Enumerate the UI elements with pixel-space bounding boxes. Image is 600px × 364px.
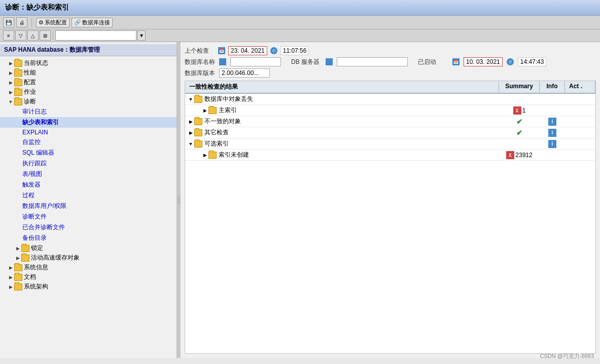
sidebar-item-self-monitor[interactable]: 自监控 <box>0 137 177 148</box>
sidebar-item-tasks[interactable]: ▶ 作业 <box>0 87 177 97</box>
sidebar-item-diagnosis[interactable]: ▼ 诊断 <box>0 97 177 106</box>
folder-icon <box>14 264 22 271</box>
row-label: 主索引 <box>219 106 237 115</box>
row-label: 索引未创建 <box>219 151 249 159</box>
folder-icon <box>194 118 202 125</box>
sidebar-item-sql-editor[interactable]: SQL 编辑器 <box>0 148 177 158</box>
cell-summary: ✔ <box>499 117 540 127</box>
search-input[interactable] <box>55 30 136 41</box>
process-link[interactable]: 过程 <box>21 191 36 200</box>
error-icon: Σ <box>513 106 521 115</box>
cell-summary: Σ 23912 <box>499 150 540 160</box>
spacer <box>14 151 21 156</box>
table-row[interactable]: ▶ 其它检查 ✔ i <box>185 127 595 138</box>
sidebar-item-docs[interactable]: ▶ 文档 <box>0 272 177 282</box>
sql-editor-link[interactable]: SQL 编辑器 <box>21 148 55 158</box>
system-config-button[interactable]: ⚙ 系统配置 <box>36 18 69 27</box>
sidebar-item-backup-catalog[interactable]: 备份目录 <box>0 233 177 243</box>
last-check-date: 23. 04. 2021 <box>228 46 267 55</box>
db-users-link[interactable]: 数据库用户/权限 <box>21 201 67 211</box>
sidebar-item-sys-info[interactable]: ▶ 系统信息 <box>0 263 177 272</box>
info-section: 上个检查 📅 23. 04. 2021 ⏱ 11:07:56 数据库名称 DB … <box>185 46 596 78</box>
expand-button[interactable]: ⊞ <box>40 30 51 41</box>
diag-files-link[interactable]: 诊断文件 <box>21 212 48 222</box>
self-monitor-link[interactable]: 自监控 <box>21 137 42 147</box>
started-date: 10. 03. 2021 <box>464 57 503 66</box>
sidebar-item-audit-log[interactable]: 审计日志 <box>0 106 177 117</box>
sidebar-item-performance[interactable]: ▶ 性能 <box>0 68 177 78</box>
cell-info <box>540 98 565 100</box>
arrow-icon: ▶ <box>14 246 21 251</box>
sidebar-item-diag-files[interactable]: 诊断文件 <box>0 211 177 222</box>
print-button[interactable]: 🖨 <box>16 17 27 27</box>
folder-icon <box>14 60 22 67</box>
missing-tables-link[interactable]: 缺少表和索引 <box>21 118 60 127</box>
folder-icon <box>194 140 202 148</box>
cal-icon-2: 📅 <box>452 58 460 65</box>
spacer <box>14 140 21 145</box>
spacer <box>14 214 21 220</box>
sidebar-item-active-cache[interactable]: ▶ 活动高速缓存对象 <box>0 253 177 263</box>
cell-act <box>565 143 595 145</box>
sidebar-item-triggers[interactable]: 触发器 <box>0 179 177 190</box>
spacer <box>14 193 21 198</box>
table-row[interactable]: ▶ 不一致的对象 ✔ i <box>185 116 595 127</box>
spacer <box>14 130 21 135</box>
up-button[interactable]: △ <box>27 30 39 41</box>
toolbar-row-1: 💾 🖨 ⚙ 系统配置 🔗 数据库连接 <box>0 16 600 29</box>
backup-catalog-link[interactable]: 备份目录 <box>21 233 48 243</box>
sidebar-item-merged-diag[interactable]: 已合并诊断文件 <box>0 222 177 233</box>
col-header-info: Info <box>540 81 565 93</box>
filter-button[interactable]: ▽ <box>15 30 26 41</box>
sidebar-item-explain[interactable]: EXPLAIN <box>0 128 177 137</box>
db-icon <box>219 58 226 65</box>
sidebar-item-lock[interactable]: ▶ 锁定 <box>0 243 177 253</box>
audit-log-link[interactable]: 审计日志 <box>21 107 48 117</box>
search-dropdown[interactable]: ▾ <box>137 30 146 41</box>
table-row[interactable]: ▼ 数据库中对象丢失 <box>185 94 595 105</box>
col-header-act: Act . <box>565 81 595 93</box>
sidebar-item-table-view[interactable]: 表/视图 <box>0 169 177 179</box>
info-badge[interactable]: i <box>548 118 556 126</box>
error-count: Σ 23912 <box>506 151 532 159</box>
table-row[interactable]: ▼ 可选索引 i <box>185 138 595 150</box>
sidebar: SAP HANA database：数据库管理 ▶ 当前状态 ▶ 性能 ▶ 配置… <box>0 42 178 358</box>
arrow-icon: ▶ <box>7 90 14 95</box>
cell-info <box>540 154 565 156</box>
ok-icon: ✔ <box>515 118 523 126</box>
folder-icon <box>14 79 22 86</box>
exec-trace-link[interactable]: 执行跟踪 <box>21 159 48 168</box>
sidebar-item-db-users[interactable]: 数据库用户/权限 <box>0 201 177 211</box>
cell-info <box>540 110 565 112</box>
table-row[interactable]: ▶ 索引未创建 Σ 23912 <box>185 150 595 161</box>
explain-link[interactable]: EXPLAIN <box>21 128 49 136</box>
merged-diag-link[interactable]: 已合并诊断文件 <box>21 223 66 232</box>
row-arrow: ▼ <box>187 97 194 102</box>
sidebar-item-exec-trace[interactable]: 执行跟踪 <box>0 158 177 169</box>
row-arrow: ▶ <box>201 153 208 158</box>
triggers-link[interactable]: 触发器 <box>21 180 42 190</box>
sidebar-item-missing-tables[interactable]: 缺少表和索引 <box>0 117 177 128</box>
spacer <box>14 161 21 166</box>
table-row[interactable]: ▶ 主索引 Σ 1 <box>185 105 595 116</box>
sidebar-item-current-status[interactable]: ▶ 当前状态 <box>0 58 177 68</box>
folder-icon <box>194 96 202 103</box>
db-info-row: 数据库名称 DB 服务器 已启动 📅 10. 03. 2021 ⏱ 14:47:… <box>185 57 596 66</box>
info-badge[interactable]: i <box>548 129 556 137</box>
sidebar-item-process[interactable]: 过程 <box>0 190 177 201</box>
arrow-icon: ▼ <box>7 99 14 104</box>
table-view-link[interactable]: 表/视图 <box>21 169 43 179</box>
sidebar-item-sys-arch[interactable]: ▶ 系统架构 <box>0 282 177 292</box>
info-badge[interactable]: i <box>548 140 556 148</box>
col-header-name: 一致性检查的结果 <box>185 81 499 93</box>
folder-icon <box>21 254 29 262</box>
sidebar-header: SAP HANA database：数据库管理 <box>0 44 177 56</box>
cell-info: i <box>540 117 565 127</box>
save-button[interactable]: 💾 <box>3 17 14 27</box>
spacer <box>14 183 21 188</box>
db-connection-button[interactable]: 🔗 数据库连接 <box>72 18 113 27</box>
arrow-icon: ▶ <box>14 256 21 261</box>
cell-act <box>565 132 595 134</box>
list-view-button[interactable]: ≡ <box>3 30 14 41</box>
sidebar-item-config[interactable]: ▶ 配置 <box>0 78 177 87</box>
